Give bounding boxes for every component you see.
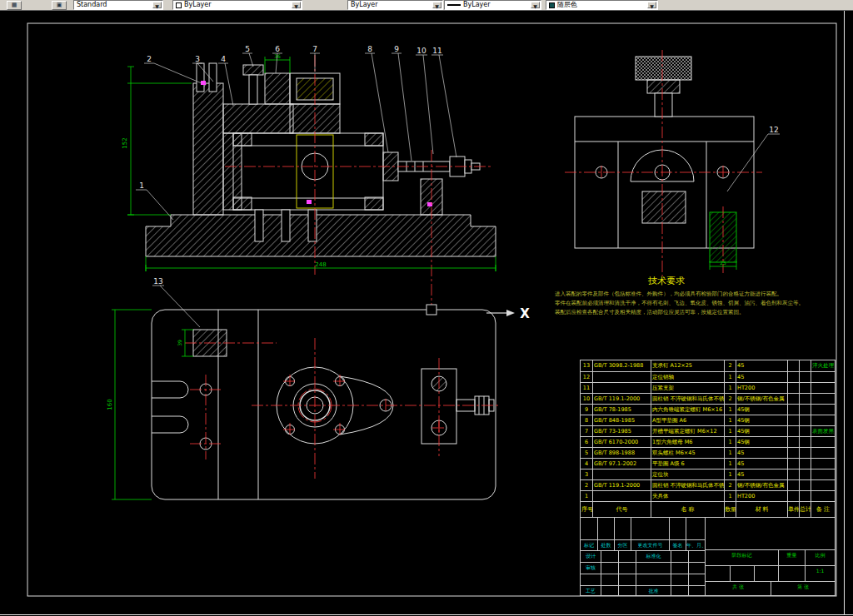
linetype-combo-value: ByLayer	[463, 1, 491, 9]
plotstyle-combo[interactable]: 随层色 ▼	[546, 0, 658, 10]
bom-cell	[811, 459, 835, 469]
bom-row: 5GB/T 898-1988双头螺柱 M6×45145	[581, 447, 835, 458]
bom-cell	[799, 360, 811, 371]
bom-cell	[799, 480, 811, 490]
chevron-down-icon[interactable]: ▼	[531, 2, 540, 8]
dim-front-height: 152	[122, 137, 128, 148]
bom-cell: GB/T 73-1985	[592, 426, 651, 436]
plotstyle-combo-value: 随层色	[557, 1, 577, 9]
bom-cell: 8	[581, 415, 592, 425]
toolbar-layers-button[interactable]: ▣	[52, 1, 67, 10]
bom-cell	[799, 415, 811, 425]
bom-cell	[787, 405, 799, 415]
balloon-1: 1	[139, 181, 144, 190]
bom-table: 13GB/T 3098.2-1988支承钉 A12×25245淬火处理12定位销…	[580, 360, 836, 519]
dim-plan-height: 160	[107, 399, 113, 410]
drawing-name-row	[706, 518, 835, 549]
bom-cell	[799, 426, 811, 436]
bom-cell: 45钢	[736, 426, 787, 436]
bom-cell: 双头螺柱 M6×45	[651, 448, 724, 458]
bom-cell: 表面发黑	[811, 426, 835, 436]
color-combo[interactable]: ByLayer ▼	[172, 0, 302, 10]
section-marker: X	[426, 305, 530, 321]
bom-cell	[799, 394, 811, 404]
bom-cell	[787, 448, 799, 458]
tb-cell	[618, 551, 636, 562]
tb-cell	[669, 518, 686, 539]
bom-cell	[787, 459, 799, 469]
tb-cell	[601, 574, 618, 585]
bom-cell: GB/T 78-1985	[592, 405, 651, 415]
bom-header-cell: 材 料	[736, 502, 787, 518]
sheet-total: 共 张	[706, 582, 771, 595]
bom-cell: 1	[724, 469, 736, 479]
review-row: 审核	[581, 562, 705, 574]
bom-cell: 45钢	[736, 437, 787, 447]
bom-cell: 13	[581, 360, 592, 371]
bom-cell: 4	[581, 459, 592, 469]
craft-row: 工艺 批准	[581, 585, 705, 596]
bom-cell	[811, 383, 835, 393]
bom-cell	[799, 372, 811, 382]
tb-cell	[671, 563, 688, 574]
bom-row: 12定位销轴145	[581, 371, 835, 382]
toolbar-grid-button[interactable]: ▦	[7, 1, 22, 10]
tb-cell	[618, 574, 636, 585]
bom-cell: 1	[724, 383, 736, 393]
label-scale: 比例	[805, 550, 835, 565]
bom-row: 2GB/T 119.1-2000圆柱销 不淬硬钢和马氏体不锈钢 4×202钢/不…	[581, 479, 835, 490]
bom-cell	[787, 491, 799, 501]
balloon-2: 2	[147, 55, 152, 63]
toolbar: ▦ ▣ Standard ▼ ByLayer ▼ ByLayer ▼ ByLay…	[0, 0, 853, 11]
color-swatch-icon	[176, 2, 182, 8]
label-review: 审核	[581, 563, 601, 574]
bom-cell	[787, 383, 799, 393]
label-weight: 重量	[778, 550, 805, 565]
bom-cell	[811, 372, 835, 382]
bom-cell: 10	[581, 394, 592, 404]
bom-cell: 1	[581, 491, 592, 501]
bom-cell: 45钢	[736, 405, 787, 415]
color-combo-value: ByLayer	[184, 1, 212, 9]
technical-requirements: 技术要求 进入装配的零件及部件（包括标准件、外购件），均必须具有检验部门的合格证…	[555, 276, 804, 315]
bom-cell	[799, 383, 811, 393]
bom-cell: 6	[581, 437, 592, 447]
bom-cell	[787, 394, 799, 404]
balloon-12: 12	[769, 126, 778, 134]
tb-cell	[778, 566, 805, 581]
balloon-3: 3	[195, 55, 200, 63]
bom-cell: 1	[724, 405, 736, 415]
chevron-down-icon[interactable]: ▼	[432, 2, 441, 8]
bom-cell	[811, 480, 835, 490]
tech-req-line-1: 进入装配的零件及部件（包括标准件、外购件），均必须具有检验部门的合格证方能进行装…	[555, 291, 782, 297]
layer-combo[interactable]: ByLayer ▼	[347, 0, 443, 10]
bom-row: 7GB/T 73-1985开槽平端紧定螺钉 M6×12145钢表面发黑	[581, 425, 835, 436]
bom-cell	[811, 491, 835, 501]
linetype-combo[interactable]: ByLayer ▼	[444, 0, 541, 10]
bom-cell	[787, 372, 799, 382]
tb-cell	[688, 586, 705, 596]
stage-label-row: 阶段标记 重量 比例	[706, 549, 835, 565]
bom-cell: 内六角锥端紧定螺钉 M6×16	[651, 405, 724, 415]
bom-cell: 5	[581, 448, 592, 458]
empty-row	[581, 574, 705, 585]
dim-leg-width: 25	[720, 260, 726, 266]
label-change-doc: 更改文件号	[631, 540, 669, 550]
text-style-combo[interactable]: Standard ▼	[73, 0, 163, 10]
bom-header-cell: 代号	[592, 502, 651, 518]
bom-cell: 1	[724, 437, 736, 447]
tb-cell	[601, 586, 618, 596]
bom-cell: 1	[724, 491, 736, 501]
layer-combo-value: ByLayer	[351, 1, 378, 9]
bom-cell	[811, 394, 835, 404]
bom-cell: 45	[736, 469, 787, 479]
tech-req-title: 技术要求	[648, 276, 685, 286]
chevron-down-icon[interactable]: ▼	[152, 2, 162, 8]
bom-cell: 1	[724, 448, 736, 458]
bom-cell: GB/T 848-1985	[592, 415, 651, 425]
bom-cell: 1	[724, 459, 736, 469]
bom-cell: HT200	[736, 383, 787, 393]
design-row: 设计 标准化	[581, 550, 705, 562]
chevron-down-icon[interactable]: ▼	[647, 2, 656, 8]
chevron-down-icon[interactable]: ▼	[292, 2, 301, 8]
